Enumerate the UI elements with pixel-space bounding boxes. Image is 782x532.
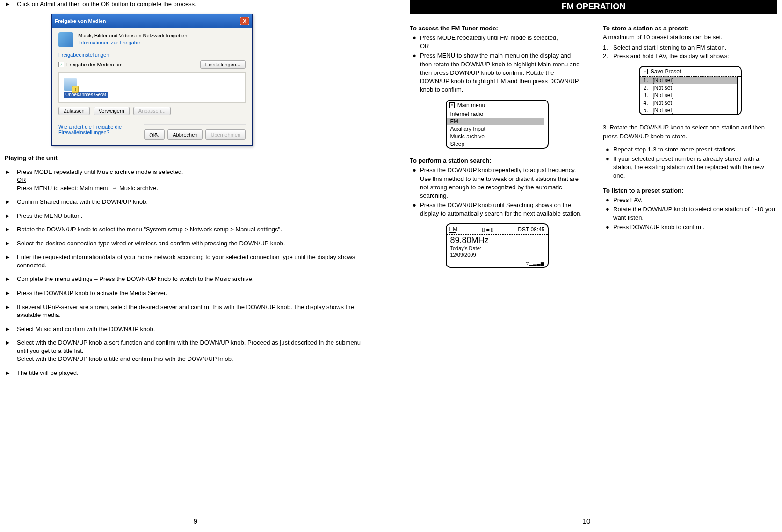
adjust-button: Anpassen... (133, 107, 171, 115)
dialog-desc: Musik, Bilder und Videos im Netzwerk fre… (78, 32, 188, 39)
page-left: ► Click on Admit and then on the OK butt… (0, 0, 391, 532)
fm-screen-header: FM ▯◂▸▯ DST 08:45 (447, 224, 548, 235)
screen-body-wrap: 1.[Not set] 2.[Not set] 3.[Not set] 4.[N… (640, 77, 741, 114)
fm-date-label: Today's Date: (447, 245, 548, 252)
dialog-title: Freigabe von Medien (55, 18, 106, 24)
b1a: Press MODE repeatedly until FM mode is s… (420, 34, 558, 41)
fm-time: DST 08:45 (518, 226, 544, 233)
screen-body-wrap: Internet radio FM Auxiliary Input Music … (447, 110, 548, 148)
bullet-arrow: ► (5, 369, 17, 377)
allow-button[interactable]: Zulassen (58, 107, 90, 115)
step-2: ►Confirm Shared media with the DOWN/UP k… (5, 198, 372, 206)
preset-row: 5.[Not set] (640, 107, 737, 114)
preset-val: [Not set] (653, 77, 674, 84)
fm-date: 12/09/2009 (447, 252, 548, 259)
playing-heading: Playing of the unit (5, 154, 372, 161)
fm-frequency: 89.80MHz (447, 235, 548, 245)
checkbox-icon (58, 62, 64, 67)
share-checkbox[interactable]: Freigabe der Medien an: (58, 62, 123, 67)
two-column-layout: To access the FM Tuner mode: ● Press MOD… (410, 25, 777, 276)
bullet-b4: ●Rotate the DOWN/UP knob to select one s… (603, 205, 777, 222)
cursor-icon: ↖ (154, 131, 159, 138)
main-menu-screen: ≡ Main menu Internet radio FM Auxiliary … (446, 100, 549, 149)
bullet-text: Press DOWN/UP knob to confirm. (613, 223, 777, 231)
apply-button: Übernehmen (205, 129, 246, 140)
device-button-row: Zulassen Verweigern Anpassen... (58, 107, 246, 115)
bullet-arrow: ► (5, 0, 17, 8)
screen-header: ≡ Main menu (447, 101, 548, 110)
num-3-text: 3. Rotate the DOWN/UP knob to select one… (603, 123, 777, 140)
device-item[interactable]: Unbekanntes Gerät (64, 78, 240, 98)
menu-item: Auxiliary Input (447, 125, 544, 133)
cancel-button[interactable]: Abbrechen (167, 129, 203, 140)
screen-content: 1.[Not set] 2.[Not set] 3.[Not set] 4.[N… (640, 77, 737, 114)
dot-icon: ● (603, 205, 613, 222)
num-2: 2.Press and hold FAV, the display will s… (603, 52, 777, 60)
fm-footer: ▿ ▁▂▃▅ (447, 259, 548, 267)
step-1c-post: Music archive. (119, 185, 158, 192)
step-9: ►If several UPnP-server are shown, selec… (5, 303, 372, 319)
dot-icon: ● (603, 196, 613, 204)
step-12: ►The title will be played. (5, 369, 372, 377)
bullet-text: If your selected preset number is alread… (613, 155, 777, 180)
bullet-a1: ● Press MODE repeatedly until FM mode is… (410, 34, 584, 50)
step-5: ►Select the desired connection type wire… (5, 239, 372, 248)
save-preset-screen: ≡ Save Preset 1.[Not set] 2.[Not set] 3.… (639, 66, 742, 115)
instruction-line: ► Click on Admit and then on the OK butt… (5, 0, 372, 8)
stereo-icon: ▯◂▸▯ (482, 226, 494, 233)
fm-mode-label: FM (449, 226, 457, 233)
step-text: If several UPnP-server are shown, select… (17, 303, 372, 319)
preset-num: 4. (644, 100, 648, 106)
menu-item: Sleep (447, 140, 544, 148)
step-1: ► Press MODE repeatedly until Music arch… (5, 168, 372, 193)
fm-operation-header: FM OPERATION (410, 0, 777, 14)
close-icon[interactable]: X (240, 17, 249, 25)
listen-preset-heading: To listen to a preset station: (603, 187, 777, 194)
step-11b: Select with the DOWN/UP knob a title and… (17, 355, 233, 362)
page-right: FM OPERATION To access the FM Tuner mode… (391, 0, 782, 532)
step-text: Rotate the DOWN/UP knob to select the me… (17, 225, 372, 234)
dot-icon: ● (410, 201, 420, 218)
step-text: Press the DOWN/UP knob to activate the M… (17, 289, 372, 297)
bullet-text: Press FAV. (613, 196, 777, 204)
preset-row: 4.[Not set] (640, 99, 737, 107)
bullet-arrow: ► (5, 338, 17, 363)
step-text: Complete the menu settings – Press the D… (17, 275, 372, 283)
num-1: 1.Select and start listening to an FM st… (603, 43, 777, 52)
bullet-text: Press the DOWN/UP knob until Searching s… (420, 201, 584, 218)
column-b: To store a station as a preset: A maximu… (603, 25, 777, 276)
media-icon (58, 32, 73, 47)
step-11a: Select with the DOWN/UP knob a sort func… (17, 339, 361, 354)
dialog-top-row: Musik, Bilder und Videos im Netzwerk fre… (58, 32, 246, 47)
num-label: 2. (603, 52, 613, 60)
bullet-a2: ●Press MENU to show the main menu on the… (410, 51, 584, 94)
dialog-titlebar: Freigabe von Medien X (52, 14, 252, 28)
device-label: Unbekanntes Gerät (64, 92, 108, 98)
menu-item-selected: FM (447, 118, 544, 125)
station-search-heading: To perform a station search: (410, 157, 584, 164)
scrollbar-icon (737, 77, 741, 114)
list-icon: ≡ (643, 69, 648, 74)
step-text: Select Music and confirm with the DOWN/U… (17, 325, 372, 333)
screen-content: Internet radio FM Auxiliary Input Music … (447, 110, 544, 148)
dialog-info-link[interactable]: Informationen zur Freigabe (78, 40, 140, 45)
firewall-link[interactable]: Wie ändert die Freigabe die Firewalleins… (58, 124, 144, 135)
settings-button[interactable]: Einstellungen... (200, 60, 246, 69)
access-fm-heading: To access the FM Tuner mode: (410, 25, 584, 32)
preset-val: [Not set] (653, 100, 674, 106)
page-number: 10 (583, 517, 591, 525)
step-7: ►Complete the menu settings – Press the … (5, 275, 372, 283)
preset-row: 2.[Not set] (640, 84, 737, 92)
preset-max-text: A maximum of 10 preset stations can be s… (603, 34, 777, 41)
preset-num: 1. (644, 77, 648, 84)
preset-row-selected: 1.[Not set] (640, 77, 737, 84)
step-1b: OR (17, 176, 26, 183)
ok-button[interactable]: OK↖ (144, 129, 165, 140)
dialog-section-link: Freigabeeinstellungen (58, 52, 246, 58)
screen-title: Main menu (457, 102, 485, 108)
deny-button[interactable]: Verweigern (94, 107, 130, 115)
step-text: Enter the requested information/data of … (17, 253, 372, 269)
page-number: 9 (194, 517, 197, 525)
step-8: ►Press the DOWN/UP knob to activate the … (5, 289, 372, 297)
bullet-arrow: ► (5, 198, 17, 206)
